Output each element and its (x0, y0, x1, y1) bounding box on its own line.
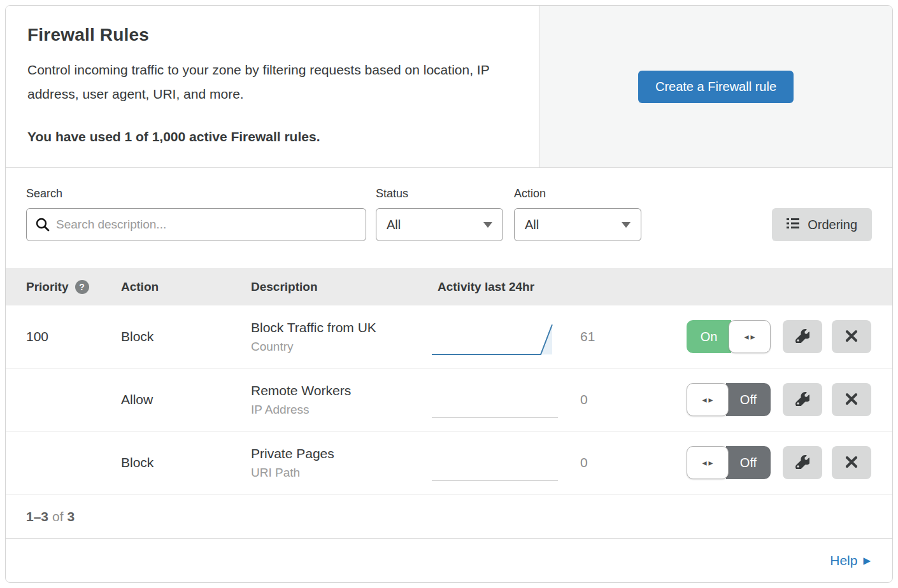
close-icon (845, 330, 858, 344)
rule-enabled-toggle[interactable]: ◂ ▸ Off (687, 446, 773, 479)
ordering-button[interactable]: Ordering (772, 208, 872, 241)
header-action-panel: Create a Firewall rule (539, 6, 892, 167)
activity-count: 0 (559, 392, 641, 407)
wrench-icon (795, 392, 809, 408)
pagination-bar: 1–3 of 3 (6, 494, 892, 539)
status-selected-value: All (387, 218, 401, 232)
header-section: Firewall Rules Control incoming traffic … (6, 6, 892, 168)
rules-table: Priority ? Action Description Activity l… (6, 268, 892, 494)
pagination-total: 3 (68, 509, 75, 524)
table-row: Block Private Pages URI Path 0 ◂ ▸ Off (6, 431, 892, 494)
rule-action: Block (121, 329, 251, 344)
toggle-state-label: On (687, 320, 731, 353)
wrench-icon (795, 455, 809, 471)
help-link-label: Help (830, 553, 857, 568)
activity-sparkline (431, 374, 559, 426)
page-title: Firewall Rules (27, 25, 517, 45)
close-icon (845, 456, 858, 470)
rule-priority: 100 (6, 329, 121, 344)
toggle-state-label: Off (726, 383, 771, 416)
wrench-icon (795, 329, 809, 345)
priority-help-icon[interactable]: ? (75, 280, 89, 294)
status-select[interactable]: All (376, 208, 503, 241)
rule-action: Block (121, 455, 251, 470)
arrow-left-icon: ◂ (744, 332, 748, 342)
header-text-block: Firewall Rules Control incoming traffic … (6, 6, 539, 167)
rule-action: Allow (121, 392, 251, 407)
edit-rule-button[interactable] (783, 446, 822, 479)
search-input[interactable] (26, 208, 366, 241)
arrow-left-icon: ◂ (702, 458, 706, 468)
toggle-knob[interactable]: ◂ ▸ (729, 320, 771, 353)
rule-type: Country (251, 340, 431, 354)
column-header-description: Description (251, 280, 431, 294)
table-row: 100 Block Block Traffic from UK Country … (6, 305, 892, 368)
arrow-left-icon: ◂ (702, 395, 706, 405)
table-header-row: Priority ? Action Description Activity l… (6, 268, 892, 305)
delete-rule-button[interactable] (832, 446, 871, 479)
delete-rule-button[interactable] (832, 320, 871, 353)
footer-bar: Help ▶ (6, 539, 892, 582)
arrow-right-icon: ▸ (709, 395, 713, 405)
activity-count: 61 (559, 329, 641, 344)
pagination-of-label: of (52, 509, 64, 524)
usage-summary: You have used 1 of 1,000 active Firewall… (27, 129, 517, 144)
ordering-button-label: Ordering (808, 218, 857, 232)
column-header-activity: Activity last 24hr (431, 280, 892, 294)
action-select[interactable]: All (514, 208, 641, 241)
activity-count: 0 (559, 455, 641, 470)
rule-description: Remote Workers (251, 383, 431, 398)
create-firewall-rule-button[interactable]: Create a Firewall rule (638, 71, 794, 103)
column-header-action: Action (121, 280, 251, 294)
rule-type: URI Path (251, 466, 431, 480)
action-label: Action (514, 187, 641, 200)
rule-description: Block Traffic from UK (251, 320, 431, 335)
list-ordering-icon (787, 218, 799, 232)
firewall-rules-panel: Firewall Rules Control incoming traffic … (5, 5, 893, 583)
search-field-group: Search (26, 187, 366, 241)
close-icon (845, 393, 858, 407)
rule-type: IP Address (251, 403, 431, 417)
column-header-priority: Priority (26, 280, 69, 294)
chevron-down-icon (483, 222, 492, 228)
action-field-group: Action All (514, 187, 641, 241)
rule-enabled-toggle[interactable]: On ◂ ▸ (687, 320, 773, 353)
rule-description: Private Pages (251, 446, 431, 461)
chevron-down-icon (622, 222, 631, 228)
help-link[interactable]: Help ▶ (830, 553, 871, 568)
filter-bar: Search Status All Action All (6, 168, 892, 268)
action-selected-value: All (525, 218, 539, 232)
delete-rule-button[interactable] (832, 383, 871, 416)
page-description: Control incoming traffic to your zone by… (27, 58, 517, 106)
arrow-right-icon: ▶ (863, 555, 871, 566)
edit-rule-button[interactable] (783, 320, 822, 353)
table-row: Allow Remote Workers IP Address 0 ◂ ▸ Of… (6, 368, 892, 431)
toggle-knob[interactable]: ◂ ▸ (687, 446, 729, 479)
pagination-range: 1–3 (26, 509, 48, 524)
toggle-state-label: Off (726, 446, 771, 479)
edit-rule-button[interactable] (783, 383, 822, 416)
status-field-group: Status All (376, 187, 503, 241)
activity-sparkline (431, 437, 559, 489)
search-icon (35, 217, 50, 232)
arrow-right-icon: ▸ (709, 458, 713, 468)
search-label: Search (26, 187, 366, 200)
arrow-right-icon: ▸ (751, 332, 755, 342)
toggle-knob[interactable]: ◂ ▸ (687, 383, 729, 416)
rule-enabled-toggle[interactable]: ◂ ▸ Off (687, 383, 773, 416)
status-label: Status (376, 187, 503, 200)
activity-sparkline (431, 311, 559, 363)
